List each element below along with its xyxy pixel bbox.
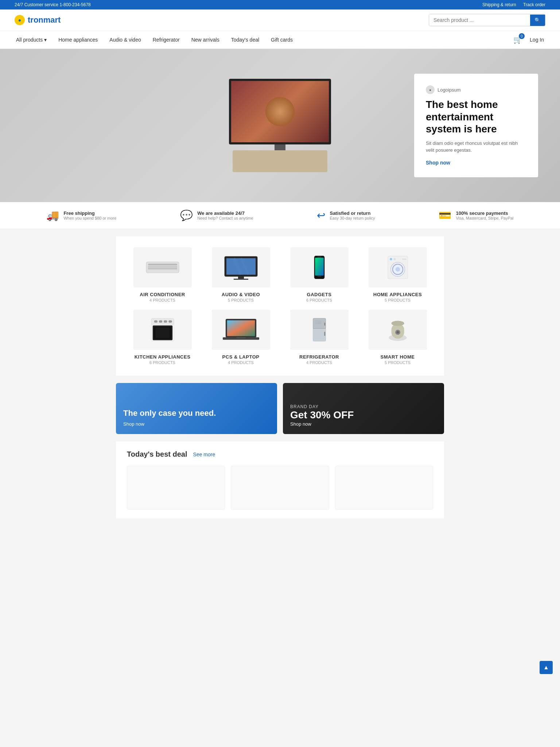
chat-icon: 💬 <box>180 209 193 221</box>
feature-available: 💬 We are available 24/7 Need help? Conta… <box>180 209 253 221</box>
promo-right-label: BRAND DAY <box>290 404 354 409</box>
nav-home-appliances[interactable]: Home appliances <box>57 31 99 49</box>
svg-rect-27 <box>168 320 172 322</box>
gadgets-name: GADGETS <box>307 292 332 297</box>
svg-rect-26 <box>164 320 167 322</box>
category-smarthome[interactable]: SMART HOME 5 PRODUCTS <box>362 310 433 365</box>
category-fridge[interactable]: REFRIGERATOR 4 PRODUCTS <box>284 310 355 365</box>
hero-title: The best home entertainment system is he… <box>426 98 526 135</box>
deals-title: Today's best deal <box>127 450 187 458</box>
category-ac[interactable]: AIR CONDITIONER 4 PRODUCTS <box>127 247 198 302</box>
customer-service-text: 24/7 Customer service 1-800-234-5678 <box>15 2 91 7</box>
svg-rect-1 <box>148 264 177 266</box>
header: ● tronmart 🔍 <box>0 9 560 31</box>
nav-all-products[interactable]: All products ▾ <box>15 31 48 49</box>
top-bar: 24/7 Customer service 1-800-234-5678 Shi… <box>0 0 560 9</box>
logo[interactable]: ● tronmart <box>15 15 61 25</box>
promo-right-cta[interactable]: Shop now <box>290 421 311 427</box>
hero-tv-illustration <box>229 79 331 172</box>
shipping-desc: When you spend $80 or more <box>63 216 116 220</box>
svg-rect-19 <box>390 258 392 260</box>
deals-header: Today's best deal See more <box>127 450 433 458</box>
hero-description: Sit diam odio eget rhoncus volutpat est … <box>426 140 526 154</box>
dropdown-icon: ▾ <box>44 37 47 43</box>
cart-button[interactable]: 🛒 0 <box>513 35 522 44</box>
track-order-link[interactable]: Track order <box>523 2 545 7</box>
promo-left-cta[interactable]: Shop now <box>123 421 144 427</box>
svg-rect-21 <box>402 259 406 260</box>
svg-rect-34 <box>236 337 245 338</box>
payment-icon: 💳 <box>439 209 451 221</box>
deals-grid <box>127 466 433 510</box>
svg-rect-13 <box>317 257 321 258</box>
feature-return: ↩ Satisfied or return Easy 30-day return… <box>317 209 375 221</box>
svg-rect-10 <box>234 279 248 280</box>
search-bar: 🔍 <box>429 14 545 26</box>
svg-rect-41 <box>315 321 321 321</box>
svg-rect-39 <box>324 322 325 325</box>
promo-right-deal: Get 30% OFF <box>290 409 354 421</box>
shipping-icon: 🚚 <box>46 209 59 221</box>
svg-rect-14 <box>317 275 321 276</box>
available-desc: Need help? Contact us anytime <box>197 216 253 220</box>
login-button[interactable]: Log In <box>528 31 545 49</box>
laptop-svg <box>223 317 259 342</box>
fridge-count: 4 PRODUCTS <box>306 360 332 365</box>
hero-brand-icon: ● <box>426 85 435 94</box>
category-gadgets[interactable]: GADGETS 6 PRODUCTS <box>284 247 355 302</box>
deal-item-1[interactable] <box>127 466 225 510</box>
svg-rect-42 <box>315 322 321 322</box>
promo-left-text: The only case you need. Shop now <box>123 409 216 427</box>
hero-section: ● Logoipsum The best home entertainment … <box>0 49 560 202</box>
return-title: Satisfied or return <box>330 210 375 216</box>
see-more-link[interactable]: See more <box>193 452 215 457</box>
smarthome-image <box>369 310 427 350</box>
nav-refrigerator[interactable]: Refrigerator <box>151 31 181 49</box>
nav-todays-deal[interactable]: Today's deal <box>230 31 261 49</box>
feature-payments: 💳 100% secure payments Visa, Mastercard,… <box>439 209 513 221</box>
svg-rect-40 <box>324 332 325 336</box>
hero-cta-link[interactable]: Shop now <box>426 160 450 166</box>
kitchen-count: 6 PRODUCTS <box>149 360 175 365</box>
svg-point-46 <box>391 321 404 326</box>
nav-gift-cards[interactable]: Gift cards <box>269 31 294 49</box>
ac-name: AIR CONDITIONER <box>140 292 185 297</box>
promo-section: The only case you need. Shop now BRAND D… <box>116 383 444 434</box>
promo-banner-right[interactable]: BRAND DAY Get 30% OFF Shop now <box>283 383 444 434</box>
laptop-name: PCS & LAPTOP <box>222 354 260 360</box>
svg-rect-30 <box>155 328 170 338</box>
search-button[interactable]: 🔍 <box>530 15 545 26</box>
home-image <box>369 247 427 287</box>
gadgets-image <box>290 247 349 287</box>
ac-svg <box>144 255 181 280</box>
tv-screen <box>229 79 331 144</box>
main-nav: All products ▾ Home appliances Audio & v… <box>0 31 560 49</box>
deal-item-2[interactable] <box>231 466 329 510</box>
categories-grid: AIR CONDITIONER 4 PRODUCTS AUDIO & VIDEO… <box>127 247 433 365</box>
svg-rect-20 <box>393 258 396 260</box>
return-desc: Easy 30-day return policy <box>330 216 375 220</box>
deal-item-3[interactable] <box>335 466 433 510</box>
nav-new-arrivals[interactable]: New arrivals <box>190 31 221 49</box>
promo-banner-left[interactable]: The only case you need. Shop now <box>116 383 277 434</box>
svg-rect-2 <box>148 267 177 267</box>
nav-audio-video[interactable]: Audio & video <box>108 31 142 49</box>
category-laptop[interactable]: PCS & LAPTOP 4 PRODUCTS <box>205 310 276 365</box>
search-input[interactable] <box>429 14 530 26</box>
promo-right-text: BRAND DAY Get 30% OFF Shop now <box>290 404 354 427</box>
shipping-return-link[interactable]: Shipping & return <box>482 2 516 7</box>
category-audio[interactable]: AUDIO & VIDEO 5 PRODUCTS <box>205 247 276 302</box>
hero-brand: ● Logoipsum <box>426 85 526 94</box>
promo-left-title: The only case you need. <box>123 409 216 418</box>
svg-rect-32 <box>227 320 255 336</box>
kitchen-name: KITCHEN APPLIANCES <box>135 354 191 360</box>
tv-svg <box>223 255 259 280</box>
features-bar: 🚚 Free shipping When you spend $80 or mo… <box>0 202 560 229</box>
category-home-appliances[interactable]: HOME APPLIANCES 5 PRODUCTS <box>362 247 433 302</box>
available-title: We are available 24/7 <box>197 210 253 216</box>
audio-count: 5 PRODUCTS <box>228 298 254 302</box>
feature-return-text: Satisfied or return Easy 30-day return p… <box>330 210 375 220</box>
top-links: Shipping & return Track order <box>477 2 545 7</box>
svg-rect-43 <box>315 324 321 324</box>
category-kitchen[interactable]: KITCHEN APPLIANCES 6 PRODUCTS <box>127 310 198 365</box>
